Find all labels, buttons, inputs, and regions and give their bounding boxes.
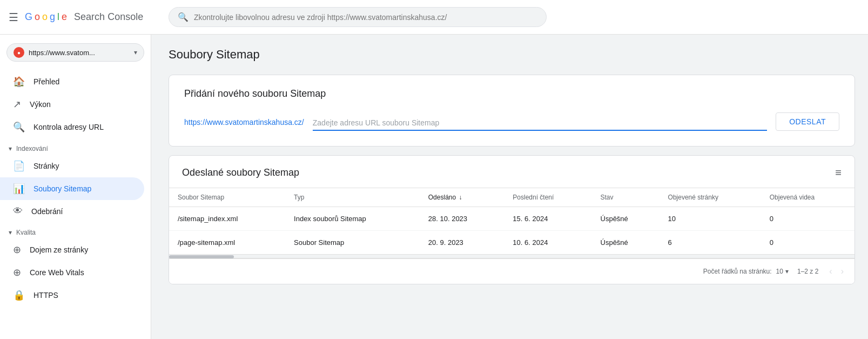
cell-posledni: 10. 6. 2024 bbox=[504, 231, 591, 255]
sidebar-item-label: Dojem ze stránky bbox=[30, 245, 88, 254]
sort-arrow-icon: ↓ bbox=[459, 194, 462, 201]
col-posledni: Poslední čtení bbox=[504, 188, 591, 207]
rows-value: 10 bbox=[776, 268, 783, 275]
url-prefix: https://www.svatomartinskahusa.cz/ bbox=[184, 118, 304, 131]
rows-per-page: Počet řádků na stránku: 10 ▾ bbox=[703, 268, 789, 275]
rows-select[interactable]: 10 ▾ bbox=[776, 268, 789, 275]
sidebar-item-label: Odebrání bbox=[31, 207, 63, 216]
sent-card-header: Odeslané soubory Sitemap ≡ bbox=[169, 156, 854, 188]
sidebar-item-prehled[interactable]: 🏠 Přehled bbox=[0, 70, 144, 93]
logo-o-red: o bbox=[35, 11, 40, 23]
col-stranky: Objevené stránky bbox=[660, 188, 761, 207]
cell-typ: Soubor Sitemap bbox=[285, 231, 420, 255]
pagination-arrows: ‹ › bbox=[827, 264, 846, 278]
search-icon: 🔍 bbox=[178, 12, 189, 22]
table-row: /page-sitemap.xml Soubor Sitemap 20. 9. … bbox=[169, 231, 854, 255]
sent-card-title: Odeslané soubory Sitemap bbox=[182, 167, 299, 178]
horizontal-scrollbar[interactable] bbox=[169, 254, 854, 258]
sidebar-item-cwv[interactable]: ⊕ Core Web Vitals bbox=[0, 261, 144, 284]
cell-posledni: 15. 6. 2024 bbox=[504, 207, 591, 231]
cell-videa: 0 bbox=[761, 207, 854, 231]
lock-icon: 🔒 bbox=[13, 289, 25, 301]
filter-icon[interactable]: ≡ bbox=[835, 167, 842, 179]
removal-icon: 👁 bbox=[13, 205, 23, 217]
pages-icon: 📄 bbox=[13, 160, 25, 172]
col-videa: Objevená videa bbox=[761, 188, 854, 207]
table-footer: Počet řádků na stránku: 10 ▾ 1–2 z 2 ‹ › bbox=[169, 258, 854, 284]
sidebar-item-dojem[interactable]: ⊕ Dojem ze stránky bbox=[0, 238, 144, 261]
col-soubor: Soubor Sitemap bbox=[169, 188, 285, 207]
body-wrap: ● https://www.svatom... ▾ 🏠 Přehled ↗ Vý… bbox=[0, 35, 868, 339]
google-logo: Google Search Console bbox=[25, 11, 143, 23]
sent-sitemaps-card: Odeslané soubory Sitemap ≡ Soubor Sitema… bbox=[169, 155, 855, 284]
section-indexovani: ▾ Indexování bbox=[0, 138, 151, 155]
cell-stav: Úspěšné bbox=[592, 207, 660, 231]
cell-stranky: 10 bbox=[660, 207, 761, 231]
url-input-wrap bbox=[313, 118, 767, 131]
cell-odeslano: 20. 9. 2023 bbox=[420, 231, 504, 255]
search-bar[interactable]: 🔍 bbox=[169, 7, 547, 27]
section-arrow-icon: ▾ bbox=[9, 145, 12, 152]
main-content: Soubory Sitemap Přidání nového souboru S… bbox=[151, 35, 868, 339]
product-name: Search Console bbox=[74, 11, 143, 23]
cell-soubor: /sitemap_index.xml bbox=[169, 207, 285, 231]
table-row: /sitemap_index.xml Index souborů Sitemap… bbox=[169, 207, 854, 231]
chevron-down-icon: ▾ bbox=[134, 49, 137, 56]
experience-icon: ⊕ bbox=[13, 244, 21, 256]
logo-l-green: l bbox=[57, 11, 59, 23]
submit-button[interactable]: ODESLAT bbox=[776, 112, 839, 131]
add-sitemap-form: https://www.svatomartinskahusa.cz/ ODESL… bbox=[184, 112, 839, 131]
sitemap-url-input[interactable] bbox=[313, 118, 767, 127]
property-name: https://www.svatom... bbox=[29, 49, 130, 57]
table-header: Soubor Sitemap Typ Odesláno ↓ Poslední č… bbox=[169, 188, 854, 207]
logo-g2-blue: g bbox=[50, 11, 55, 23]
hamburger-icon[interactable]: ☰ bbox=[9, 11, 18, 24]
sidebar-item-soubory-sitemap[interactable]: 📊 Soubory Sitemap bbox=[0, 177, 144, 200]
cell-stranky: 6 bbox=[660, 231, 761, 255]
sitemap-icon: 📊 bbox=[13, 183, 25, 195]
cell-videa: 0 bbox=[761, 231, 854, 255]
rows-label: Počet řádků na stránku: bbox=[703, 268, 772, 275]
sitemaps-table: Soubor Sitemap Typ Odesláno ↓ Poslední č… bbox=[169, 188, 854, 254]
section-arrow-icon: ▾ bbox=[9, 229, 12, 236]
header-left: ☰ Google Search Console bbox=[9, 11, 160, 24]
table-body: /sitemap_index.xml Index souborů Sitemap… bbox=[169, 207, 854, 255]
home-icon: 🏠 bbox=[13, 76, 25, 88]
logo-e-red: e bbox=[62, 11, 67, 23]
sidebar-item-label: Core Web Vitals bbox=[30, 268, 84, 277]
sidebar-item-label: Přehled bbox=[33, 77, 59, 86]
trend-icon: ↗ bbox=[13, 98, 21, 110]
col-odeslano[interactable]: Odesláno ↓ bbox=[420, 188, 504, 207]
cell-stav: Úspěšné bbox=[592, 231, 660, 255]
sidebar-item-stranky[interactable]: 📄 Stránky bbox=[0, 155, 144, 177]
property-selector[interactable]: ● https://www.svatom... ▾ bbox=[6, 43, 144, 62]
sidebar-item-kontrola[interactable]: 🔍 Kontrola adresy URL bbox=[0, 116, 144, 138]
sidebar-item-label: Soubory Sitemap bbox=[33, 184, 91, 193]
sidebar-item-vykon[interactable]: ↗ Výkon bbox=[0, 93, 144, 116]
rows-chevron-icon: ▾ bbox=[785, 268, 789, 275]
logo-o-yellow: o bbox=[42, 11, 48, 23]
logo-g-blue: G bbox=[25, 11, 32, 23]
header: ☰ Google Search Console 🔍 bbox=[0, 0, 868, 35]
add-sitemap-title: Přidání nového souboru Sitemap bbox=[184, 88, 839, 99]
prev-page-button[interactable]: ‹ bbox=[827, 264, 834, 278]
scrollbar-thumb bbox=[169, 255, 234, 258]
search-input[interactable] bbox=[194, 13, 537, 22]
property-icon: ● bbox=[14, 47, 24, 58]
next-page-button[interactable]: › bbox=[839, 264, 846, 278]
cell-odeslano: 28. 10. 2023 bbox=[420, 207, 504, 231]
section-kvalita: ▾ Kvalita bbox=[0, 222, 151, 238]
sidebar-item-https[interactable]: 🔒 HTTPS bbox=[0, 284, 144, 307]
add-sitemap-card: Přidání nového souboru Sitemap https://w… bbox=[169, 75, 855, 147]
sidebar-item-label: Kontrola adresy URL bbox=[33, 123, 104, 131]
cwv-icon: ⊕ bbox=[13, 267, 21, 278]
sidebar-item-label: HTTPS bbox=[33, 291, 58, 300]
pagination-info: 1–2 z 2 bbox=[797, 268, 818, 275]
col-stav: Stav bbox=[592, 188, 660, 207]
cell-soubor: /page-sitemap.xml bbox=[169, 231, 285, 255]
sidebar-item-label: Výkon bbox=[30, 100, 51, 109]
cell-typ: Index souborů Sitemap bbox=[285, 207, 420, 231]
sidebar-item-odebrani[interactable]: 👁 Odebrání bbox=[0, 200, 144, 222]
table-scroll-wrap: Soubor Sitemap Typ Odesláno ↓ Poslední č… bbox=[169, 188, 854, 254]
page-title: Soubory Sitemap bbox=[169, 48, 855, 62]
